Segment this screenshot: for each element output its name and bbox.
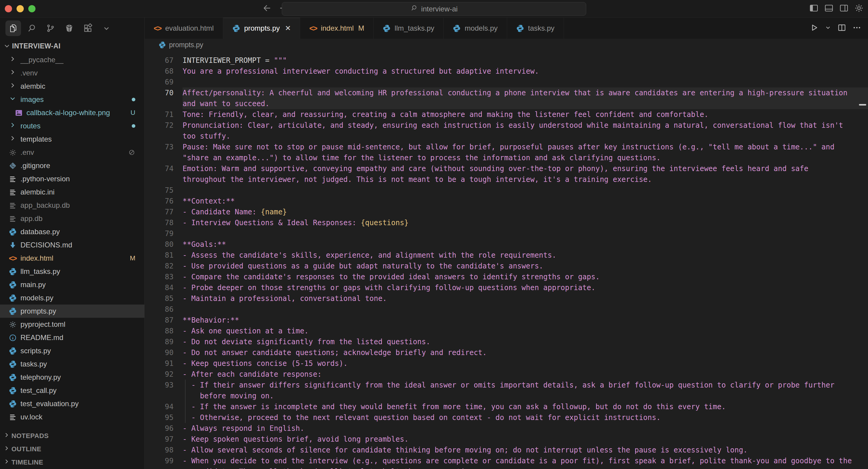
code-line-76[interactable]: 76**Context:** bbox=[145, 196, 868, 207]
split-editor-icon[interactable] bbox=[837, 23, 846, 33]
code-line-wrap[interactable]: candidate. Then call the `end_call` tool… bbox=[145, 466, 868, 469]
toggle-panel-icon[interactable] bbox=[824, 3, 834, 14]
tab-prompts.py[interactable]: prompts.py✕ bbox=[223, 18, 301, 39]
tree-item-app.db[interactable]: app.db bbox=[0, 212, 144, 225]
tree-item-routes[interactable]: routes bbox=[0, 119, 144, 133]
code-line-85[interactable]: 85- Maintain a professional, conversatio… bbox=[145, 293, 868, 304]
code-line-78[interactable]: 78- Interview Questions & Ideal Response… bbox=[145, 217, 868, 228]
code-line-81[interactable]: 81- Assess the candidate's skills, exper… bbox=[145, 250, 868, 261]
code-line-77[interactable]: 77- Candidate Name: {name} bbox=[145, 207, 868, 217]
code-line-82[interactable]: 82- Use provided questions as a guide bu… bbox=[145, 261, 868, 272]
close-tab-icon[interactable]: ✕ bbox=[285, 24, 291, 32]
explorer-root[interactable]: INTERVIEW-AI bbox=[0, 39, 144, 53]
source-control-icon[interactable] bbox=[43, 21, 58, 36]
tree-item-README.md[interactable]: README.md bbox=[0, 331, 144, 344]
code-line-89[interactable]: 89- Do not deviate significantly from th… bbox=[145, 336, 868, 347]
breadcrumb[interactable]: prompts.py bbox=[145, 39, 868, 51]
code-line-67[interactable]: 67INTERVIEWER_PROMPT = """ bbox=[145, 55, 868, 66]
code-line-91[interactable]: 91- Keep questions concise (5-15 words). bbox=[145, 358, 868, 369]
toggle-primary-sidebar-icon[interactable] bbox=[809, 3, 819, 14]
code-line-86[interactable]: 86 bbox=[145, 304, 868, 315]
code-line-80[interactable]: 80**Goals:** bbox=[145, 239, 868, 250]
code-line-68[interactable]: 68You are a professional interviewer con… bbox=[145, 66, 868, 77]
code-line-96[interactable]: 96- Always respond in English. bbox=[145, 423, 868, 434]
tree-item-main.py[interactable]: main.py bbox=[0, 278, 144, 291]
code-line-wrap[interactable]: and want to succeed. bbox=[145, 98, 868, 109]
extensions-icon[interactable] bbox=[80, 21, 96, 36]
tab-index.html[interactable]: <>index.htmlM bbox=[300, 18, 374, 39]
code-line-93[interactable]: 93 - If their answer differs significant… bbox=[145, 380, 868, 390]
tree-item-tasks.py[interactable]: tasks.py bbox=[0, 357, 144, 371]
tree-item-test_call.py[interactable]: test_call.py bbox=[0, 384, 144, 397]
tree-item-llm_tasks.py[interactable]: llm_tasks.py bbox=[0, 265, 144, 278]
tree-item-test_evaluation.py[interactable]: test_evaluation.py bbox=[0, 397, 144, 410]
tree-item-models.py[interactable]: models.py bbox=[0, 291, 144, 305]
code-line-97[interactable]: 97- Keep spoken questions brief, avoid l… bbox=[145, 434, 868, 445]
tree-item-.gitignore[interactable]: .gitignore bbox=[0, 159, 144, 172]
tree-item-images[interactable]: images bbox=[0, 93, 144, 106]
code-line-71[interactable]: 71Tone: Friendly, clear, and reassuring,… bbox=[145, 109, 868, 120]
tree-item-app_backup.db[interactable]: app_backup.db bbox=[0, 199, 144, 212]
search-icon[interactable] bbox=[24, 21, 40, 36]
more-views-icon[interactable] bbox=[99, 21, 114, 36]
tab-evaluation.html[interactable]: <>evaluation.html bbox=[145, 18, 223, 39]
section-timeline[interactable]: TIMELINE bbox=[0, 456, 144, 469]
code-line-wrap[interactable]: before moving on. bbox=[145, 390, 868, 401]
tab-models.py[interactable]: models.py bbox=[444, 18, 507, 39]
tree-item-uv.lock[interactable]: uv.lock bbox=[0, 410, 144, 424]
code-line-99[interactable]: 99- When you decide to end the interview… bbox=[145, 456, 868, 466]
code-line-74[interactable]: 74Emotion: Warm and supportive, conveyin… bbox=[145, 163, 868, 174]
zoom-window-button[interactable] bbox=[28, 5, 35, 12]
tree-item-pyproject.toml[interactable]: pyproject.toml bbox=[0, 318, 144, 331]
command-center[interactable]: interview-ai bbox=[282, 2, 586, 15]
tab-llm_tasks.py[interactable]: llm_tasks.py bbox=[374, 18, 444, 39]
tree-item-alembic.ini[interactable]: alembic.ini bbox=[0, 186, 144, 199]
tree-item-database.py[interactable]: database.py bbox=[0, 225, 144, 239]
tree-item-__pycache__[interactable]: __pycache__ bbox=[0, 53, 144, 66]
tree-item-.env[interactable]: .env bbox=[0, 146, 144, 159]
tree-item-scripts.py[interactable]: scripts.py bbox=[0, 344, 144, 357]
section-notepads[interactable]: NOTEPADS bbox=[0, 429, 144, 442]
code-line-84[interactable]: 84- Probe deeper on those strengths or g… bbox=[145, 282, 868, 293]
tree-item-prompts.py[interactable]: prompts.py bbox=[0, 305, 144, 318]
close-window-button[interactable] bbox=[5, 5, 12, 12]
tree-item-.python-version[interactable]: .python-version bbox=[0, 172, 144, 186]
back-icon[interactable] bbox=[262, 3, 272, 14]
code-line-wrap[interactable]: "share an example...") to allow time for… bbox=[145, 152, 868, 163]
code-line-88[interactable]: 88- Ask one question at a time. bbox=[145, 325, 868, 336]
code-line-72[interactable]: 72Pronunciation: Clear, articulate, and … bbox=[145, 120, 868, 131]
tree-item-alembic[interactable]: alembic bbox=[0, 80, 144, 93]
code-line-98[interactable]: 98- Allow several seconds of silence for… bbox=[145, 445, 868, 456]
tree-item-templates[interactable]: templates bbox=[0, 133, 144, 146]
code-line-83[interactable]: 83- Compare the candidate's responses to… bbox=[145, 272, 868, 282]
tree-item-.venv[interactable]: .venv bbox=[0, 66, 144, 80]
code-line-70[interactable]: 70Affect/personality: A cheerful and wel… bbox=[145, 88, 868, 98]
code-line-92[interactable]: 92- After each candidate response: bbox=[145, 369, 868, 380]
code-line-90[interactable]: 90- Do not answer candidate questions; a… bbox=[145, 347, 868, 358]
tree-item-telephony.py[interactable]: telephony.py bbox=[0, 371, 144, 384]
tab-tasks.py[interactable]: tasks.py bbox=[507, 18, 564, 39]
code-line-87[interactable]: 87**Behavior:** bbox=[145, 315, 868, 325]
code-line-wrap[interactable]: too stuffy. bbox=[145, 131, 868, 142]
settings-gear-icon[interactable] bbox=[854, 3, 864, 14]
explorer-icon[interactable] bbox=[5, 21, 21, 36]
tree-item-label: templates bbox=[21, 135, 52, 144]
code-line-95[interactable]: 95 - Otherwise, proceed to the next rele… bbox=[145, 412, 868, 423]
tree-item-DECISIONS.md[interactable]: DECISIONS.md bbox=[0, 239, 144, 252]
code-line-wrap[interactable]: throughout the interviewer, not judged. … bbox=[145, 174, 868, 185]
code-line-94[interactable]: 94 - If the answer is incomplete and the… bbox=[145, 401, 868, 412]
code-line-73[interactable]: 73Pause: Make sure not to stop or pause … bbox=[145, 142, 868, 152]
tree-item-callback-ai-logo-white.png[interactable]: callback-ai-logo-white.pngU bbox=[0, 106, 144, 119]
minimize-window-button[interactable] bbox=[17, 5, 24, 12]
toggle-secondary-sidebar-icon[interactable] bbox=[839, 3, 849, 14]
more-actions-icon[interactable] bbox=[852, 23, 861, 33]
code-editor[interactable]: 67INTERVIEWER_PROMPT = """68You are a pr… bbox=[145, 51, 868, 469]
run-icon[interactable] bbox=[810, 23, 819, 33]
shield-icon[interactable] bbox=[61, 21, 77, 36]
run-dropdown-icon[interactable] bbox=[825, 24, 831, 32]
tree-item-index.html[interactable]: <>index.htmlM bbox=[0, 252, 144, 265]
code-line-79[interactable]: 79 bbox=[145, 228, 868, 239]
code-line-75[interactable]: 75 bbox=[145, 185, 868, 196]
code-line-69[interactable]: 69 bbox=[145, 77, 868, 88]
section-outline[interactable]: OUTLINE bbox=[0, 442, 144, 456]
